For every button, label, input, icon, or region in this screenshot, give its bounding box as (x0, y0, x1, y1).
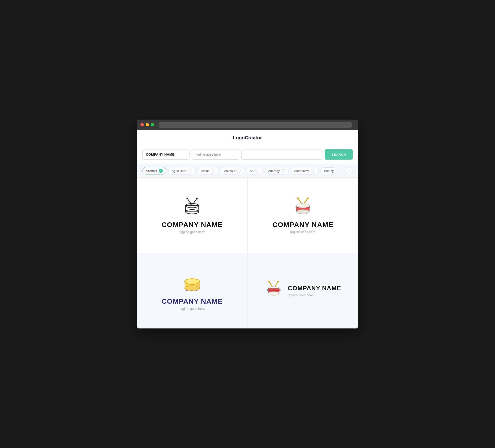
svg-point-3 (196, 197, 198, 199)
category-airline[interactable]: Airline ✓ (197, 167, 219, 174)
category-attorney-label: Attorney (268, 169, 280, 173)
svg-rect-5 (186, 206, 199, 212)
minimize-button[interactable] (146, 123, 149, 126)
svg-point-31 (185, 279, 200, 284)
svg-point-14 (307, 197, 309, 199)
close-button[interactable] (140, 123, 144, 126)
svg-point-19 (296, 210, 309, 214)
app-header: LogoCreator (137, 130, 358, 145)
svg-line-34 (275, 282, 278, 287)
category-beauty-label: Beauty (324, 169, 333, 173)
svg-point-24 (303, 203, 305, 204)
drum-icon-1 (181, 197, 203, 216)
logo-4-text-part: COMPANY NAME tagline goes here (288, 285, 341, 297)
category-automotive[interactable]: Automotive ✓ (291, 167, 319, 174)
svg-rect-42 (267, 289, 268, 291)
airline-check-icon: ✓ (211, 168, 215, 173)
search-bar: SEARCH (137, 145, 358, 164)
svg-point-45 (274, 286, 275, 287)
company-name-input[interactable] (142, 149, 190, 160)
drum-icon-3 (180, 271, 204, 293)
keyword-input[interactable] (241, 149, 322, 160)
logo-grid: COMPANY NAME tagline goes here (137, 178, 358, 328)
logo-item-2[interactable]: COMPANY NAME tagline goes here (248, 178, 358, 253)
category-animals-label: Animals (224, 169, 235, 173)
drum-icon-2 (292, 197, 314, 216)
app-title: LogoCreator (233, 135, 262, 140)
category-animals[interactable]: Animals ✓ (221, 167, 244, 174)
svg-point-10 (193, 203, 194, 204)
category-art[interactable]: Art ✓ (246, 167, 263, 174)
category-airline-label: Airline (201, 169, 209, 173)
svg-point-13 (297, 197, 299, 199)
automotive-check-icon: ✓ (311, 168, 315, 173)
svg-point-20 (296, 203, 309, 208)
browser-content: LogoCreator SEARCH Abstract ✓ Agricultur… (137, 130, 358, 328)
animals-check-icon: ✓ (236, 168, 241, 173)
category-abstract-label: Abstract (146, 169, 157, 173)
category-attorney[interactable]: Attorney ✓ (265, 167, 289, 174)
address-bar (159, 122, 352, 128)
agriculture-check-icon: ✓ (188, 168, 192, 173)
category-agriculture-label: Agriculture (172, 169, 186, 173)
category-next-arrow[interactable]: → (345, 167, 353, 174)
svg-point-30 (185, 286, 200, 291)
arrow-right-icon: → (347, 169, 351, 173)
category-art-label: Art (250, 169, 254, 173)
attorney-check-icon: ✓ (281, 168, 285, 173)
svg-rect-21 (296, 206, 297, 209)
logo-3-company-name: COMPANY NAME (162, 297, 222, 305)
logo-item-4[interactable]: COMPANY NAME tagline goes here (248, 253, 358, 328)
svg-point-23 (301, 204, 302, 205)
logo-2-tagline: tagline goes here (290, 230, 315, 234)
logo-2-company-name: COMPANY NAME (272, 221, 333, 229)
svg-point-35 (268, 281, 270, 282)
category-automotive-label: Automotive (294, 169, 309, 173)
abstract-check-icon: ✓ (159, 168, 163, 173)
logo-4-company-name: COMPANY NAME (288, 285, 341, 292)
tagline-input[interactable] (192, 149, 239, 160)
svg-line-33 (269, 282, 273, 287)
svg-line-11 (298, 198, 302, 204)
search-button[interactable]: SEARCH (325, 149, 353, 160)
art-check-icon: ✓ (255, 168, 259, 173)
category-agriculture[interactable]: Agriculture ✓ (168, 167, 196, 174)
svg-point-44 (272, 287, 273, 288)
logo-3-tagline: tagline goes here (179, 307, 205, 310)
logo-1-company-name: COMPANY NAME (162, 221, 222, 229)
drum-icon-4 (265, 280, 284, 300)
svg-point-9 (191, 204, 192, 205)
browser-titlebar (137, 120, 358, 130)
category-beauty[interactable]: Beauty (321, 168, 337, 174)
svg-point-2 (186, 197, 188, 199)
maximize-button[interactable] (151, 123, 154, 126)
svg-point-41 (268, 292, 279, 295)
browser-window: LogoCreator SEARCH Abstract ✓ Agricultur… (137, 120, 358, 328)
svg-rect-39 (268, 290, 279, 291)
logo-item-1[interactable]: COMPANY NAME tagline goes here (137, 178, 248, 253)
svg-point-36 (277, 281, 279, 282)
svg-rect-22 (309, 206, 310, 209)
logo-1-tagline: tagline goes here (179, 230, 205, 234)
logo-item-3[interactable]: COMPANY NAME tagline goes here (137, 253, 248, 328)
category-bar: Abstract ✓ Agriculture ✓ Airline ✓ Anima… (137, 164, 358, 178)
logo-4-tagline: tagline goes here (288, 293, 313, 297)
svg-rect-43 (279, 289, 280, 291)
svg-point-32 (188, 280, 192, 282)
category-abstract[interactable]: Abstract ✓ (142, 167, 166, 174)
